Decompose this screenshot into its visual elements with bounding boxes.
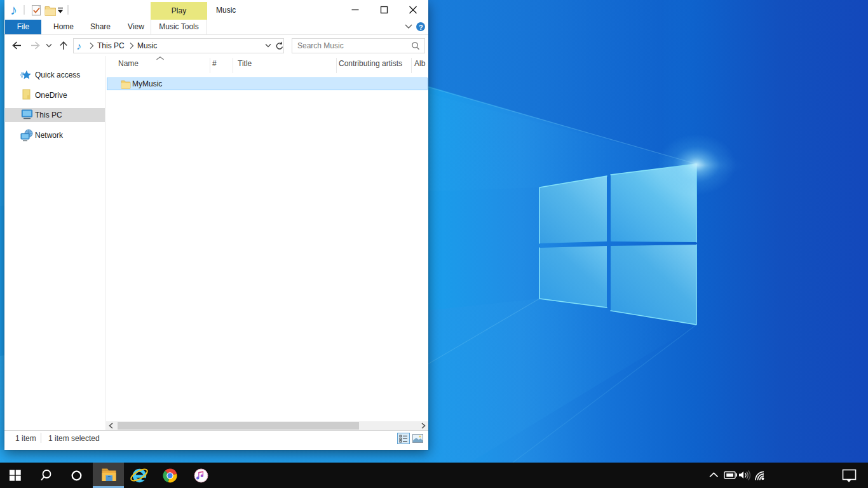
svg-text:♪: ♪ <box>10 2 17 18</box>
svg-text:?: ? <box>419 24 423 31</box>
svg-text:♪: ♪ <box>76 41 81 51</box>
